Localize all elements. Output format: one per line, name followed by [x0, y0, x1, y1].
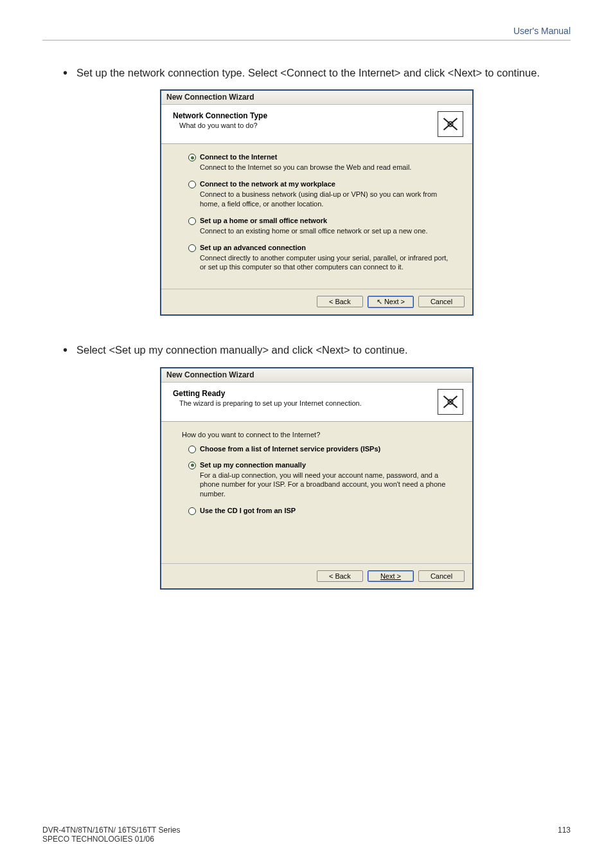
radio-icon[interactable]: [188, 244, 196, 252]
dialog-footer: < Back Next > Cancel: [161, 563, 472, 588]
option-desc: For a dial-up connection, you will need …: [188, 471, 452, 500]
option-label: Choose from a list of Internet service p…: [200, 445, 380, 453]
option-desc: Connect to an existing home or small off…: [188, 226, 452, 236]
option-connect-internet[interactable]: Connect to the Internet Connect to the I…: [188, 153, 452, 172]
option-label: Connect to the Internet: [200, 153, 277, 161]
dialog-header-text: Getting Ready The wizard is preparing to…: [173, 389, 432, 407]
page-footer: DVR-4TN/8TN/16TN/ 16TS/16TT Series SPECO…: [42, 826, 571, 844]
bullet-icon: •: [63, 341, 67, 358]
intro-para-2: • Select <Set up my connection manually>…: [63, 341, 571, 359]
footer-line2: SPECO TECHNOLOGIES 01/06: [42, 835, 571, 844]
wizard-icon: [438, 389, 463, 415]
radio-icon[interactable]: [188, 507, 196, 515]
radio-icon[interactable]: [188, 446, 196, 453]
dialog-header: Getting Ready The wizard is preparing to…: [161, 383, 472, 422]
option-choose-isp-list[interactable]: Choose from a list of Internet service p…: [188, 445, 452, 453]
wizard-icon: [438, 111, 463, 137]
dialog-subheading: The wizard is preparing to set up your I…: [173, 399, 432, 407]
dialog-network-connection-type: New Connection Wizard Network Connection…: [160, 89, 474, 316]
dialog-getting-ready: New Connection Wizard Getting Ready The …: [160, 367, 474, 590]
bullet-icon: •: [63, 64, 67, 81]
radio-icon[interactable]: [188, 154, 196, 161]
page-content: • Set up the network connection type. Se…: [63, 64, 571, 615]
header-bar: User's Manual: [42, 26, 571, 41]
option-use-cd[interactable]: Use the CD I got from an ISP: [188, 507, 452, 515]
option-label: Use the CD I got from an ISP: [200, 507, 296, 514]
option-connect-workplace[interactable]: Connect to the network at my workplace C…: [188, 180, 452, 209]
footer-line1: DVR-4TN/8TN/16TN/ 16TS/16TT Series: [42, 826, 571, 835]
dialog-subheading: What do you want to do?: [173, 122, 432, 129]
dialog-title: New Connection Wizard: [161, 91, 472, 105]
option-label: Connect to the network at my workplace: [200, 180, 335, 188]
intro-text-1: Set up the network connection type. Sele…: [76, 64, 540, 82]
manual-label: User's Manual: [513, 26, 571, 36]
back-button[interactable]: < Back: [317, 296, 363, 307]
next-button-label: Next >: [384, 298, 405, 305]
option-desc: Connect to a business network (using dia…: [188, 190, 452, 209]
back-button[interactable]: < Back: [317, 570, 363, 582]
next-button[interactable]: ↖ Next >: [368, 296, 414, 308]
radio-icon[interactable]: [188, 462, 196, 469]
dialog-header-text: Network Connection Type What do you want…: [173, 111, 432, 129]
dialog-heading: Network Connection Type: [173, 111, 432, 120]
option-label: Set up a home or small office network: [200, 217, 327, 224]
radio-icon[interactable]: [188, 217, 196, 225]
dialog-title: New Connection Wizard: [161, 368, 472, 383]
intro-para-1: • Set up the network connection type. Se…: [63, 64, 571, 82]
next-button[interactable]: Next >: [368, 570, 414, 582]
option-label: Set up my connection manually: [200, 461, 306, 469]
page-number: 113: [558, 826, 571, 835]
option-label: Set up an advanced connection: [200, 244, 306, 251]
dialog-header: Network Connection Type What do you want…: [161, 105, 472, 144]
option-desc: Connect directly to another computer usi…: [188, 253, 452, 273]
option-desc: Connect to the Internet so you can brows…: [188, 163, 452, 172]
next-button-label: Next >: [380, 572, 401, 580]
dialog-body: How do you want to connect to the Intern…: [161, 422, 472, 563]
option-home-network[interactable]: Set up a home or small office network Co…: [188, 217, 452, 236]
option-advanced-connection[interactable]: Set up an advanced connection Connect di…: [188, 244, 452, 273]
dialog-heading: Getting Ready: [173, 389, 432, 398]
cancel-button[interactable]: Cancel: [418, 296, 465, 307]
option-setup-manually[interactable]: Set up my connection manually For a dial…: [188, 461, 452, 500]
dialog-body: Connect to the Internet Connect to the I…: [161, 144, 472, 289]
dialog-footer: < Back ↖ Next > Cancel: [161, 289, 472, 314]
cancel-button[interactable]: Cancel: [418, 570, 465, 582]
dialog-question: How do you want to connect to the Intern…: [182, 431, 452, 439]
intro-text-2: Select <Set up my connection manually> a…: [76, 341, 407, 359]
cursor-icon: ↖: [377, 298, 382, 305]
radio-icon[interactable]: [188, 181, 196, 188]
